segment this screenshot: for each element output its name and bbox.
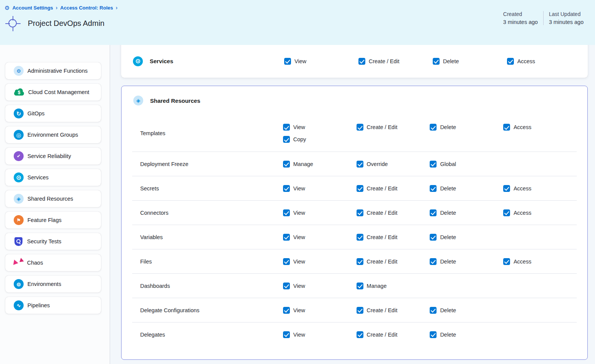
permission-delete: Delete — [430, 123, 503, 132]
services-section-title: Services — [150, 58, 173, 64]
permission-cell: Access — [503, 257, 577, 266]
checkbox-create-edit[interactable] — [358, 58, 365, 65]
services-card: ⊙ Services ViewCreate / EditDeleteAccess — [121, 45, 588, 78]
checkbox-delete[interactable] — [430, 209, 437, 216]
sidebar-item-service-reliability[interactable]: ✔Service Reliability — [5, 148, 101, 164]
permission-view: View — [283, 330, 357, 339]
checkbox-view[interactable] — [283, 209, 290, 216]
sidebar-item-services[interactable]: ⊙Services — [5, 169, 101, 186]
permission-cell: Delete — [430, 123, 503, 144]
permission-view: View — [283, 233, 357, 242]
permission-row-files: FilesViewCreate / EditDeleteAccess — [132, 249, 577, 273]
checkbox-delete[interactable] — [430, 234, 437, 241]
sidebar-item-label: Services — [27, 174, 49, 180]
gitops-icon: ↻ — [14, 109, 24, 118]
checkbox-copy[interactable] — [283, 136, 290, 143]
checkbox-delete[interactable] — [430, 258, 437, 265]
sidebar-item-security-tests[interactable]: Security Tests — [5, 233, 101, 250]
permission-view: View — [284, 57, 358, 66]
resource-category-sidebar: ⚙Administrative Functions$Cloud Cost Man… — [0, 45, 110, 364]
permission-cell: Create / Edit — [357, 184, 430, 193]
permission-delete: Delete — [430, 208, 503, 217]
sidebar-list: ⚙Administrative Functions$Cloud Cost Man… — [5, 62, 110, 314]
checkbox-view[interactable] — [283, 234, 290, 241]
sidebar-item-pipelines[interactable]: ∿Pipelines — [5, 297, 101, 314]
permission-create-edit: Create / Edit — [357, 257, 430, 266]
sidebar-item-feature-flags[interactable]: ⚑Feature Flags — [5, 212, 101, 228]
checkbox-access[interactable] — [507, 58, 514, 65]
checkbox-create-edit[interactable] — [357, 124, 363, 131]
checkbox-label: Delete — [443, 58, 459, 64]
checkbox-manage[interactable] — [357, 283, 363, 289]
permission-cell: Delete — [433, 57, 507, 66]
permission-cell: Access — [503, 123, 577, 144]
sidebar-item-environment-groups[interactable]: ◎Environment Groups — [5, 126, 101, 143]
permission-cell: Delete — [430, 306, 503, 315]
checkbox-global[interactable] — [430, 161, 437, 168]
permission-access: Access — [503, 208, 577, 217]
checkbox-delete[interactable] — [430, 185, 437, 192]
checkbox-create-edit[interactable] — [357, 209, 363, 216]
permission-delete: Delete — [430, 306, 503, 315]
checkbox-label: View — [293, 124, 305, 130]
permission-global: Global — [430, 160, 503, 169]
breadcrumb-access-control-roles[interactable]: Access Control: Roles — [60, 5, 113, 11]
permission-cell: Create / Edit — [357, 233, 430, 242]
checkbox-view[interactable] — [283, 283, 290, 289]
checkbox-label: Create / Edit — [367, 234, 398, 240]
checkbox-view[interactable] — [283, 331, 290, 338]
permission-cell: Create / Edit — [357, 330, 430, 339]
sidebar-item-administrative-functions[interactable]: ⚙Administrative Functions — [5, 62, 101, 79]
sidebar-item-environments[interactable]: ⊚Environments — [5, 276, 101, 292]
permission-create-edit: Create / Edit — [357, 123, 430, 132]
sidebar-item-label: Administrative Functions — [27, 68, 88, 74]
services-permission-row: ⊙ Services ViewCreate / EditDeleteAccess — [121, 45, 588, 77]
checkbox-view[interactable] — [284, 58, 291, 65]
last-updated-meta: Last Updated 3 minutes ago — [543, 11, 589, 25]
environments-icon: ⊚ — [14, 279, 24, 289]
environment-groups-icon: ◎ — [14, 130, 24, 140]
resource-label: Templates — [132, 130, 283, 136]
role-target-icon — [5, 16, 21, 31]
resource-label: Secrets — [132, 185, 283, 192]
checkbox-delete[interactable] — [430, 331, 437, 338]
checkbox-create-edit[interactable] — [357, 234, 363, 241]
sidebar-item-label: Environments — [27, 281, 61, 287]
checkbox-view[interactable] — [283, 124, 290, 131]
checkbox-view[interactable] — [283, 185, 290, 192]
checkbox-delete[interactable] — [433, 58, 440, 65]
checkbox-delete[interactable] — [430, 124, 437, 131]
sidebar-item-gitops[interactable]: ↻GitOps — [5, 105, 101, 122]
checkbox-manage[interactable] — [283, 161, 290, 168]
permission-access: Access — [503, 184, 577, 193]
checkbox-access[interactable] — [503, 185, 510, 192]
checkbox-override[interactable] — [357, 161, 363, 168]
checkbox-delete[interactable] — [430, 307, 437, 314]
permission-create-edit: Create / Edit — [357, 208, 430, 217]
gear-icon: ⚙ — [5, 5, 10, 11]
permission-cell: Create / Edit — [357, 123, 430, 144]
checkbox-view[interactable] — [283, 307, 290, 314]
checkbox-access[interactable] — [503, 124, 510, 131]
checkbox-create-edit[interactable] — [357, 258, 363, 265]
permission-row-secrets: SecretsViewCreate / EditDeleteAccess — [132, 176, 577, 200]
permission-cell: View — [284, 57, 358, 66]
permission-cell: Access — [507, 57, 581, 66]
checkbox-view[interactable] — [283, 258, 290, 265]
sidebar-item-shared-resources[interactable]: ◈Shared Resources — [5, 190, 101, 207]
sidebar-item-label: Cloud Cost Management — [28, 89, 89, 95]
checkbox-create-edit[interactable] — [357, 185, 363, 192]
shared-resources-card: ◈ Shared Resources TemplatesViewCopyCrea… — [121, 86, 588, 360]
breadcrumb: ⚙ Account Settings › Access Control: Rol… — [5, 5, 589, 11]
sidebar-item-chaos[interactable]: Chaos — [5, 254, 101, 271]
sidebar-item-cloud-cost-management[interactable]: $Cloud Cost Management — [5, 84, 101, 101]
sidebar-item-label: Security Tests — [27, 238, 61, 244]
permission-cell: View — [283, 184, 357, 193]
checkbox-access[interactable] — [503, 209, 510, 216]
created-meta: Created 3 minutes ago — [498, 11, 543, 25]
checkbox-create-edit[interactable] — [357, 307, 363, 314]
services-section-header: ⊙ Services — [121, 56, 284, 66]
checkbox-access[interactable] — [503, 258, 510, 265]
breadcrumb-account-settings[interactable]: Account Settings — [12, 5, 53, 11]
checkbox-create-edit[interactable] — [357, 331, 363, 338]
